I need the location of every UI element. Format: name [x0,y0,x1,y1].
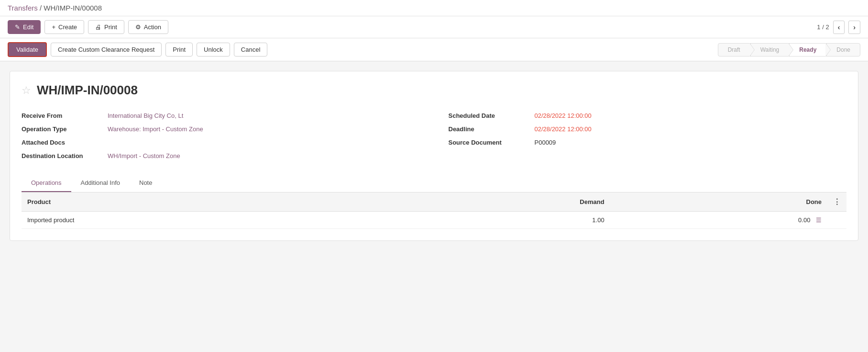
record-header: ☆ WH/IMP-IN/00008 [22,83,846,98]
breadcrumb-bar: Transfers / WH/IMP-IN/00008 [0,0,868,16]
field-scheduled-date: Scheduled Date 02/28/2022 12:00:00 [449,109,847,123]
status-draft[interactable]: Draft [718,43,750,57]
validate-button[interactable]: Validate [8,42,47,57]
fields-grid: Receive From International Big City Co, … [22,109,846,163]
action-button[interactable]: ⚙ Action [128,20,168,34]
field-source-document: Source Document P00009 [449,136,847,149]
create-button[interactable]: + Create [44,20,84,34]
print-icon: 🖨 [95,23,101,31]
unlock-button[interactable]: Unlock [197,43,230,57]
field-attached-docs: Attached Docs [22,136,420,149]
record-title: WH/IMP-IN/00008 [37,83,138,98]
list-view-icon[interactable]: ☰ [816,216,822,224]
field-destination-location: Destination Location WH/Import - Custom … [22,149,420,163]
table-menu-icon[interactable]: ⋮ [833,198,841,206]
fields-left: Receive From International Big City Co, … [22,109,420,163]
table-section: Product Demand Done ⋮ Imported product 1… [22,193,846,229]
status-done[interactable]: Done [826,43,860,57]
tabs: Operations Additional Info Note [22,174,846,193]
prev-button[interactable]: ‹ [833,21,845,34]
toolbar-right: 1 / 2 ‹ › [817,21,860,34]
cell-row-menu [827,212,846,229]
breadcrumb: Transfers / WH/IMP-IN/00008 [8,4,102,12]
main-toolbar: ✎ Edit + Create 🖨 Print ⚙ Action 1 / 2 ‹… [0,16,868,38]
field-receive-from: Receive From International Big City Co, … [22,109,420,123]
tab-note[interactable]: Note [130,174,162,192]
plus-icon: + [52,23,55,31]
col-demand: Demand [386,193,610,212]
record-card: ☆ WH/IMP-IN/00008 Receive From Internati… [10,71,858,241]
table-header-row: Product Demand Done ⋮ [22,193,846,212]
breadcrumb-current: WH/IMP-IN/00008 [44,4,102,12]
breadcrumb-parent[interactable]: Transfers [8,4,38,12]
gear-icon: ⚙ [135,23,141,31]
main-content: ☆ WH/IMP-IN/00008 Receive From Internati… [0,61,868,337]
status-bar: Draft Waiting Ready Done [718,43,860,57]
cell-product: Imported product [22,212,386,229]
status-waiting[interactable]: Waiting [750,43,790,57]
star-icon[interactable]: ☆ [22,84,31,97]
edit-button[interactable]: ✎ Edit [8,20,41,34]
cell-demand: 1.00 [386,212,610,229]
next-button[interactable]: › [848,21,860,34]
print-button-toolbar[interactable]: 🖨 Print [88,20,124,34]
edit-icon: ✎ [15,23,20,31]
cell-done: 0.00 ☰ [610,212,827,229]
tab-additional-info[interactable]: Additional Info [71,174,130,192]
table-row: Imported product 1.00 0.00 ☰ [22,212,846,229]
field-operation-type: Operation Type Warehouse: Import - Custo… [22,123,420,136]
tab-operations[interactable]: Operations [22,174,71,192]
cancel-button[interactable]: Cancel [234,43,267,57]
action-bar: Validate Create Custom Clearance Request… [0,38,868,61]
pagination-label: 1 / 2 [817,23,829,31]
field-deadline: Deadline 02/28/2022 12:00:00 [449,123,847,136]
col-product: Product [22,193,386,212]
col-done: Done [610,193,827,212]
print-button-action[interactable]: Print [165,43,193,57]
status-ready[interactable]: Ready [789,43,826,57]
fields-right: Scheduled Date 02/28/2022 12:00:00 Deadl… [449,109,847,163]
operations-table: Product Demand Done ⋮ Imported product 1… [22,193,846,229]
col-menu: ⋮ [827,193,846,212]
custom-clearance-button[interactable]: Create Custom Clearance Request [51,43,162,57]
